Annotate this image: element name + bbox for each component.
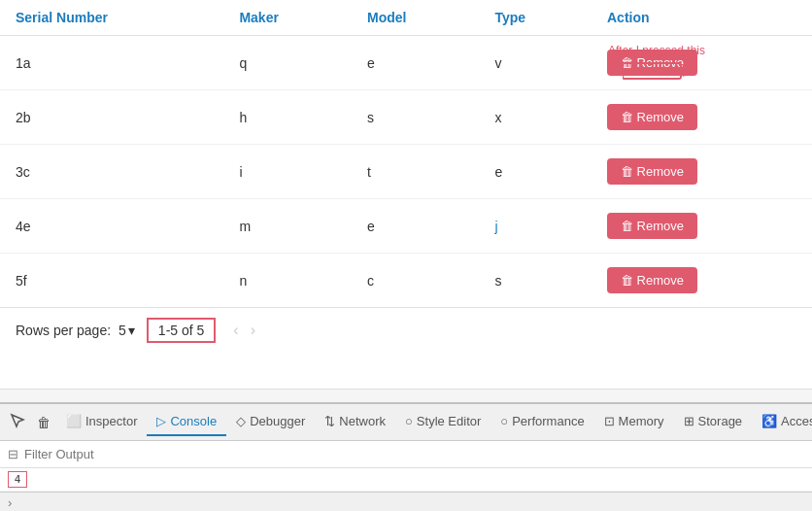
memory-label: Memory (619, 414, 664, 428)
tab-debugger[interactable]: ◇ Debugger (226, 408, 315, 436)
rows-per-page-select[interactable]: 5 ▾ (118, 323, 135, 338)
action-cell: 🗑 Remove (592, 199, 812, 254)
devtools-inspect-button[interactable] (4, 409, 31, 435)
table-cell: 3c (0, 145, 223, 199)
memory-icon: ⊡ (604, 414, 615, 428)
tab-console[interactable]: ▷ Console (147, 408, 226, 436)
prev-page-button[interactable]: ‹ (227, 320, 244, 341)
inspector-label: Inspector (85, 414, 137, 428)
annotation-text: After I pressed this (608, 44, 705, 57)
console-icon: ▷ (156, 414, 166, 428)
tab-storage[interactable]: ⊞ Storage (674, 408, 753, 436)
accessibility-label: Accessibility (781, 414, 812, 428)
table-cell: j (479, 199, 592, 254)
tab-network[interactable]: ⇅ Network (315, 408, 395, 436)
table-row: 2bhsx🗑 Remove (0, 90, 812, 145)
table-cell: v (479, 36, 592, 90)
action-cell: After I pressed this 🗑 Remove (592, 36, 812, 90)
table-row: 3cite🗑 Remove (0, 145, 812, 199)
tab-performance[interactable]: ○ Performance (491, 408, 593, 436)
debugger-icon: ◇ (236, 414, 246, 428)
data-table: Serial Number Maker Model Type Action 1a… (0, 0, 812, 307)
console-label: Console (170, 414, 217, 428)
filter-bar: ⊟ (0, 441, 812, 468)
line-number: 4 (8, 471, 27, 488)
table-cell: m (223, 199, 352, 254)
action-cell: 🗑 Remove (592, 145, 812, 199)
table-cell: q (223, 36, 352, 90)
table-cell: 5f (0, 254, 223, 308)
rows-per-page-dropdown-icon: ▾ (128, 323, 135, 338)
storage-label: Storage (698, 414, 743, 428)
col-maker: Maker (223, 0, 352, 36)
col-serial-number: Serial Number (0, 0, 223, 36)
rows-per-page-value: 5 (118, 323, 126, 338)
debugger-label: Debugger (250, 414, 305, 428)
storage-icon: ⊞ (684, 414, 694, 428)
console-line: 4 (0, 468, 812, 492)
table-cell: 4e (0, 199, 223, 254)
next-page-button[interactable]: › (245, 320, 261, 341)
rows-per-page-label: Rows per page: (16, 323, 111, 338)
table-row: 1aqevAfter I pressed this 🗑 Remove (0, 36, 812, 90)
devtools-panel: 🗑 ⬜ Inspector ▷ Console ◇ Debugger ⇅ Net… (0, 402, 812, 511)
table-cell: e (479, 145, 592, 199)
col-action: Action (592, 0, 812, 36)
table-cell: t (352, 145, 480, 199)
remove-button[interactable]: 🗑 Remove (607, 213, 697, 239)
remove-button[interactable]: 🗑 Remove (607, 267, 697, 293)
devtools-bottom-bar: › (0, 492, 812, 511)
network-icon: ⇅ (324, 414, 335, 428)
table-cell: s (352, 90, 480, 145)
remove-button[interactable]: 🗑 Remove (607, 104, 697, 130)
svg-rect-1 (623, 63, 681, 79)
tab-style-editor[interactable]: ○ Style Editor (395, 408, 491, 436)
devtools-toolbar: 🗑 ⬜ Inspector ▷ Console ◇ Debugger ⇅ Net… (0, 404, 812, 441)
table-row: 5fncs🗑 Remove (0, 254, 812, 308)
table-cell: e (352, 36, 480, 90)
arrow-annotation-icon (623, 59, 691, 83)
table-cell: n (223, 254, 352, 308)
table-cell: s (479, 254, 592, 308)
page-info: 1-5 of 5 (147, 318, 216, 343)
action-cell: 🗑 Remove (592, 90, 812, 145)
col-model: Model (352, 0, 480, 36)
table-cell: 2b (0, 90, 223, 145)
tab-accessibility[interactable]: ♿ Accessibility (752, 408, 812, 436)
style-editor-icon: ○ (405, 414, 413, 428)
remove-button[interactable]: 🗑 Remove (607, 158, 697, 185)
pagination-row: Rows per page: 5 ▾ 1-5 of 5 ‹ › (0, 307, 812, 353)
filter-icon: ⊟ (8, 447, 18, 461)
inspector-icon: ⬜ (66, 414, 82, 428)
performance-label: Performance (512, 414, 584, 428)
col-type: Type (479, 0, 592, 36)
filter-input[interactable] (24, 447, 804, 461)
table-cell: e (352, 199, 480, 254)
scroll-indicator (0, 389, 812, 402)
accessibility-icon: ♿ (761, 414, 777, 428)
table-cell: 1a (0, 36, 223, 90)
table-cell: i (223, 145, 352, 199)
devtools-trash-button[interactable]: 🗑 (31, 411, 56, 434)
tab-inspector[interactable]: ⬜ Inspector (56, 408, 147, 436)
network-label: Network (339, 414, 386, 428)
action-cell: 🗑 Remove (592, 254, 812, 308)
table-row: 4emej🗑 Remove (0, 199, 812, 254)
chevron-right-icon[interactable]: › (8, 495, 12, 510)
style-editor-label: Style Editor (417, 414, 481, 428)
table-cell: x (479, 90, 592, 145)
tab-memory[interactable]: ⊡ Memory (594, 408, 674, 436)
main-content: Serial Number Maker Model Type Action 1a… (0, 0, 812, 389)
table-cell: h (223, 90, 352, 145)
performance-icon: ○ (500, 414, 508, 428)
table-cell: c (352, 254, 480, 308)
